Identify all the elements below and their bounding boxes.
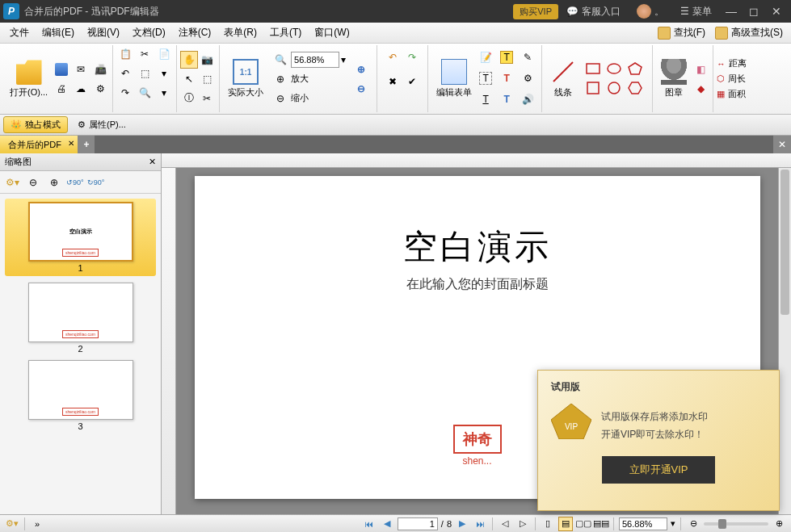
hand-tool-button[interactable]: ✋ [180,51,198,69]
properties-button[interactable]: ⚙ 属性(P)... [71,117,133,132]
first-page-button[interactable]: ⏮ [362,517,377,531]
minimize-button[interactable]: — [720,5,743,18]
user-account-button[interactable]: 。 [629,4,672,19]
facing-button[interactable]: ▢▢ [576,517,591,531]
next-page-button[interactable]: ▶ [455,517,469,531]
document-tab[interactable]: 合并后的PDF ✕ [0,136,78,153]
zoom-dropdown-button[interactable]: 🔍 [271,51,289,69]
undo-button[interactable]: ↶ [116,65,134,82]
distance-button[interactable]: ↔距离 [717,57,747,69]
maximize-button[interactable]: ◻ [743,5,765,18]
redo2-button[interactable]: ↷ [403,48,421,66]
zoom-input-status[interactable] [619,517,667,530]
thumbnail-page-2[interactable]: shenqiziliao.com 2 [5,283,156,354]
text-tool-button[interactable]: Ⓘ [180,90,198,107]
bluetext-tool[interactable]: T [498,90,515,108]
textfield-tool[interactable]: 📝 [477,48,494,66]
zoom-in-status-button[interactable]: ⊕ [772,517,786,531]
save-button[interactable] [53,61,70,78]
find-button[interactable]: 查找(F) [653,24,710,41]
thumbnail-page-1[interactable]: 空白演示 shenqiziliao.com 1 [5,199,156,276]
zoom-out-status-button[interactable]: ⊖ [686,517,701,531]
chevron-down-icon[interactable]: ▾ [671,518,675,529]
square-shape[interactable] [584,80,602,96]
find-tool-button[interactable]: 🔍 [136,84,154,102]
cut-button[interactable]: ✂ [136,45,154,63]
open-button[interactable]: 打开(O)... [5,45,53,112]
paste-button[interactable]: 📄 [155,45,173,63]
zoom-out-button[interactable]: ⊖ [271,90,289,107]
sound-tool[interactable]: 🔊 [519,90,536,108]
page-number-input[interactable] [398,517,438,530]
rotate-cw-button[interactable]: ↻90° [87,174,105,191]
menu-button[interactable]: ☰ 菜单 [672,5,720,19]
upgrade-vip-button[interactable]: 立即开通VIP [602,456,715,484]
bold-zoom-out-button[interactable]: ⊖ [352,80,370,98]
buy-vip-button[interactable]: 购买VIP [513,4,558,19]
bold-zoom-in-button[interactable]: ⊕ [352,61,370,78]
nav-back-button[interactable]: ◁ [498,517,512,531]
edit-form-button[interactable]: 编辑表单 [431,45,477,112]
close-button[interactable]: ✕ [765,5,788,18]
vertical-scrollbar[interactable] [778,168,791,514]
snapshot-button[interactable]: 📷 [198,51,216,69]
email-button[interactable]: ✉ [72,61,90,78]
selectall-button[interactable]: ⬚ [198,70,216,88]
thumb-options-button[interactable]: ⚙▾ [3,174,21,191]
accept-button[interactable]: ✔ [403,73,421,90]
zoom-in-button[interactable]: ⊕ [271,70,289,88]
more-clipboard-button[interactable]: ▾ [155,65,173,82]
scrollbar-thumb[interactable] [780,170,789,315]
last-page-button[interactable]: ⏭ [473,517,487,531]
menu-tools[interactable]: 工具(T) [263,23,308,42]
underline-tool[interactable]: T [477,90,494,108]
redo-button[interactable]: ↷ [116,84,134,102]
menu-file[interactable]: 文件 [3,23,36,42]
polygon-shape[interactable] [626,61,644,77]
redtext-tool[interactable]: T [498,69,515,87]
textbox-tool[interactable]: T [477,69,494,87]
lines-button[interactable]: 线条 [545,45,581,112]
eraser-button[interactable]: ◧ [692,61,709,78]
menu-form[interactable]: 表单(R) [217,23,263,42]
rotate-ccw-button[interactable]: ↺90° [66,174,84,191]
support-button[interactable]: 💬 客服入口 [558,5,629,19]
perimeter-button[interactable]: ⬡周长 [717,73,747,85]
exclusive-mode-button[interactable]: 👑 独占模式 [3,116,68,133]
prev-page-button[interactable]: ◀ [380,517,394,531]
hexagon-shape[interactable] [626,80,644,96]
area-button[interactable]: ▦面积 [717,88,747,100]
expand-button[interactable]: » [30,517,44,531]
advanced-find-button[interactable]: 高级查找(S) [710,24,788,41]
copy-button[interactable]: 📋 [116,45,134,63]
thumb-zoomin-button[interactable]: ⊕ [45,174,63,191]
status-options-button[interactable]: ⚙▾ [5,517,19,531]
tab-close-icon[interactable]: ✕ [68,139,74,148]
thumbnail-list[interactable]: 空白演示 shenqiziliao.com 1 shenqiziliao.com… [0,194,161,514]
continuous-button[interactable]: ▤ [558,517,573,531]
select-button[interactable]: ⬚ [136,65,154,82]
rect-shape[interactable] [584,61,602,77]
highlight-tool[interactable]: T [498,48,515,66]
menu-document[interactable]: 文档(D) [126,23,172,42]
zoom-input[interactable] [291,52,339,68]
crop-button[interactable]: ✂ [198,90,216,107]
ellipse-shape[interactable] [605,61,623,77]
single-page-button[interactable]: ▯ [541,517,555,531]
thumbnail-page-3[interactable]: shenqiziliao.com 3 [5,360,156,431]
close-all-tabs-button[interactable]: ✕ [773,136,791,153]
actual-size-button[interactable]: 1:1 实际大小 [223,45,268,112]
menu-window[interactable]: 窗口(W) [308,23,356,42]
thumb-zoomout-button[interactable]: ⊖ [24,174,42,191]
thumbnail-close-icon[interactable]: ✕ [149,157,156,167]
nav-fwd-button[interactable]: ▷ [515,517,530,531]
new-tab-button[interactable]: + [78,136,95,153]
stamp-button[interactable]: 图章 [656,45,692,112]
zoom-slider[interactable] [704,522,768,526]
print-button[interactable]: 🖨 [53,80,70,98]
scan-button[interactable]: 📠 [91,61,109,78]
chevron-down-icon[interactable]: ▾ [341,54,346,65]
continuous-facing-button[interactable]: ▤▤ [594,517,608,531]
gear-tool[interactable]: ⚙ [519,69,536,87]
cloud-button[interactable]: ☁ [72,80,90,98]
